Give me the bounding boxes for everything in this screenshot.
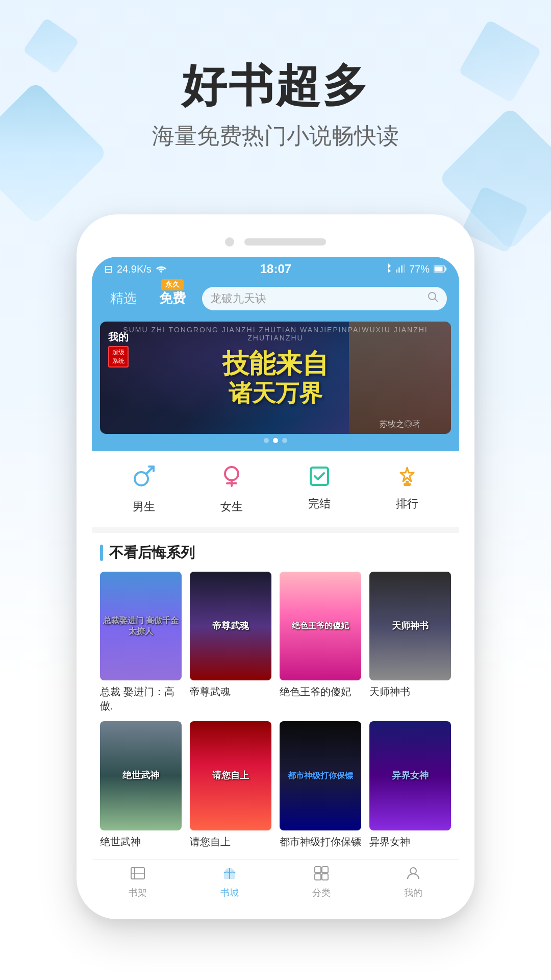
book-title-1: 总裁 娶进门：高傲. (100, 684, 182, 713)
status-right: 77% (385, 263, 447, 276)
book-grid: 总裁娶进门 高傲千金太撩人 总裁 娶进门：高傲. 帝尊武魂 帝尊武魂 (100, 572, 451, 849)
svg-point-0 (160, 271, 162, 273)
wifi-icon (156, 263, 167, 275)
signal-bars-icon (396, 263, 405, 275)
category-male[interactable]: 男生 (131, 463, 157, 514)
svg-rect-1 (396, 270, 397, 273)
book-item-5[interactable]: 绝世武神 绝世武神 (100, 721, 182, 848)
banner-dots (92, 438, 459, 443)
nav-category[interactable]: 分类 (312, 866, 331, 899)
bottom-nav: 书架 书城 (92, 859, 459, 904)
svg-line-11 (146, 467, 154, 474)
book-cover-8: 异界女神 (369, 721, 451, 830)
book-title-2: 帝尊武魂 (190, 684, 271, 699)
book-cover-img-2: 帝尊武魂 (190, 572, 271, 680)
hero-section: 好书超多 海量免费热门小说畅快读 (0, 61, 551, 151)
rank-icon (394, 463, 420, 491)
bookshelf-icon (130, 866, 145, 885)
book-item-4[interactable]: 天师神书 天师神书 (369, 572, 451, 713)
book-cover-7: 都市神级打你保镖 (280, 721, 361, 830)
book-title-5: 绝世武神 (100, 835, 182, 849)
book-item-2[interactable]: 帝尊武魂 帝尊武魂 (190, 572, 271, 713)
category-complete[interactable]: 完结 (307, 463, 332, 514)
tab-free[interactable]: 免费 永久 (153, 286, 192, 310)
svg-point-25 (410, 868, 416, 874)
banner-dot-1 (264, 438, 269, 443)
phone-screen: ⊟ 24.9K/s 18:07 (92, 257, 459, 904)
nav-bookshelf[interactable]: 书架 (129, 866, 147, 899)
mine-icon (406, 866, 421, 885)
signal-icon: ⊟ (104, 263, 113, 275)
search-icon[interactable] (428, 291, 439, 306)
category-complete-label: 完结 (308, 496, 331, 511)
section-header: 不看后悔系列 (100, 543, 451, 562)
status-time: 18:07 (260, 262, 291, 276)
svg-rect-21 (315, 867, 321, 873)
bookshelf-label: 书架 (129, 887, 147, 899)
section-accent (100, 545, 103, 561)
notch-bar (244, 238, 326, 246)
book-item-6[interactable]: 请您自上 请您自上 (190, 721, 271, 848)
hero-subtitle: 海量免费热门小说畅快读 (0, 121, 551, 151)
book-cover-img-6: 请您自上 (190, 721, 271, 830)
svg-point-12 (225, 467, 238, 480)
notch-dot (225, 237, 234, 247)
book-item-1[interactable]: 总裁娶进门 高傲千金太撩人 总裁 娶进门：高傲. (100, 572, 182, 713)
book-cover-5: 绝世武神 (100, 721, 182, 830)
phone-outer: ⊟ 24.9K/s 18:07 (77, 214, 474, 919)
book-title-3: 绝色王爷的傻妃 (280, 684, 361, 699)
svg-rect-4 (404, 264, 405, 273)
battery-icon (434, 263, 447, 275)
svg-rect-7 (435, 266, 443, 271)
book-item-7[interactable]: 都市神级打你保镖 都市神级打你保镖 (280, 721, 361, 848)
svg-rect-2 (398, 267, 400, 273)
book-title-6: 请您自上 (190, 835, 271, 849)
book-title-4: 天师神书 (369, 684, 451, 699)
free-badge: 永久 (161, 279, 184, 290)
book-cover-img-1: 总裁娶进门 高傲千金太撩人 (100, 572, 182, 680)
book-cover-img-7: 都市神级打你保镖 (280, 721, 361, 830)
banner-dot-2 (273, 438, 278, 443)
mine-label: 我的 (404, 887, 422, 899)
status-left: ⊟ 24.9K/s (104, 263, 167, 275)
nav-mine[interactable]: 我的 (404, 866, 422, 899)
complete-icon (307, 463, 332, 491)
book-section: 不看后悔系列 总裁娶进门 高傲千金太撩人 总裁 娶进门：高傲. (92, 533, 459, 859)
svg-rect-15 (311, 468, 328, 485)
svg-rect-17 (406, 481, 409, 484)
category-female[interactable]: 女生 (219, 463, 244, 514)
section-title: 不看后悔系列 (109, 543, 195, 562)
category-icon (314, 866, 329, 885)
battery-text: 77% (409, 263, 430, 275)
nav-bookstore[interactable]: 书城 (220, 866, 239, 899)
tab-curated[interactable]: 精选 (104, 286, 143, 310)
svg-rect-3 (401, 265, 403, 273)
book-cover-img-4: 天师神书 (369, 572, 451, 680)
category-female-label: 女生 (220, 499, 243, 514)
svg-rect-23 (315, 874, 321, 880)
male-icon (131, 463, 157, 494)
banner-image[interactable]: 我的 超级系统 技能来自 诸天万界 苏牧之◎著 (100, 322, 451, 434)
book-title-8: 异界女神 (369, 835, 451, 849)
book-cover-2: 帝尊武魂 (190, 572, 271, 680)
book-item-3[interactable]: 绝色王爷的傻妃 绝色王爷的傻妃 (280, 572, 361, 713)
book-item-8[interactable]: 异界女神 异界女神 (369, 721, 451, 848)
category-rank-label: 排行 (396, 496, 418, 511)
banner-dot-3 (282, 438, 287, 443)
phone-mockup: ⊟ 24.9K/s 18:07 (77, 214, 474, 919)
category-label: 分类 (312, 887, 331, 899)
svg-line-9 (435, 299, 438, 302)
book-cover-1: 总裁娶进门 高傲千金太撩人 (100, 572, 182, 680)
banner-subtitle-text: SUMU ZHI TONGRONG JIANZHI ZHUTIAN WANJIE… (100, 326, 451, 342)
svg-rect-22 (322, 867, 328, 873)
category-rank[interactable]: 排行 (394, 463, 420, 514)
category-row: 男生 女生 (92, 451, 459, 527)
phone-notch (92, 230, 459, 257)
signal-text: 24.9K/s (117, 263, 152, 275)
search-bar[interactable]: 龙破九天诀 (202, 287, 447, 310)
bookstore-icon (222, 866, 237, 885)
bluetooth-icon (385, 263, 392, 276)
book-cover-4: 天师神书 (369, 572, 451, 680)
book-cover-3: 绝色王爷的傻妃 (280, 572, 361, 680)
book-cover-img-8: 异界女神 (369, 721, 451, 830)
